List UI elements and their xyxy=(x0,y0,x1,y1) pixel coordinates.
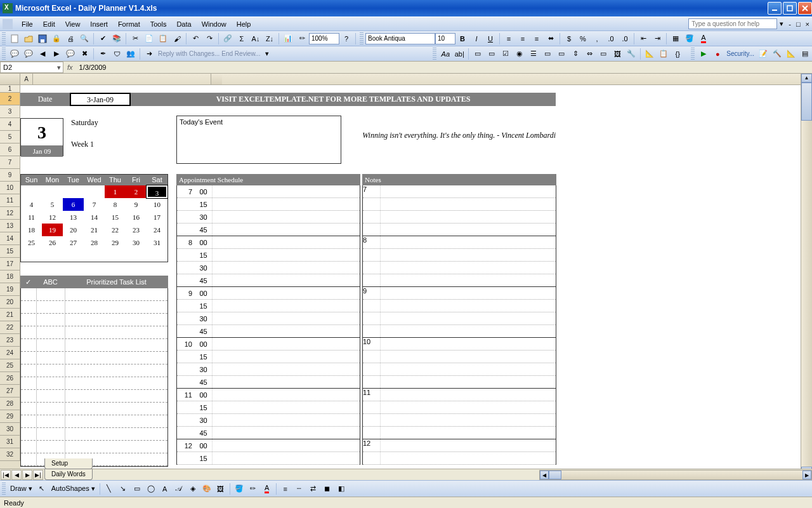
code-icon[interactable]: {} xyxy=(671,48,684,60)
row-header-21[interactable]: 21 xyxy=(0,309,20,321)
diagram-icon[interactable]: ◈ xyxy=(187,483,199,495)
currency-icon[interactable]: $ xyxy=(563,32,575,45)
protect-icon[interactable]: 🛡 xyxy=(110,48,123,60)
dash-style-icon[interactable]: ┄ xyxy=(293,483,306,495)
cell-grid[interactable]: Date 3-Jan-09 VISIT EXCELTEMPLATE.NET FO… xyxy=(20,85,812,476)
vertical-scrollbar[interactable]: ▲ ▼ xyxy=(801,74,812,476)
close-doc-button[interactable]: × xyxy=(806,20,809,28)
align-left-icon[interactable]: ≡ xyxy=(502,32,515,45)
schedule-row[interactable]: 15 xyxy=(177,249,360,262)
schedule-row[interactable]: 15 xyxy=(177,452,360,465)
notes-row[interactable]: 8 xyxy=(363,236,556,249)
schedule-row[interactable]: 1000 xyxy=(177,338,360,351)
max-doc-button[interactable]: □ xyxy=(796,20,801,28)
share-icon[interactable]: 👥 xyxy=(124,48,137,60)
row-header-26[interactable]: 26 xyxy=(0,372,20,385)
preview-icon[interactable]: 🔍 xyxy=(78,32,91,45)
combo2-icon[interactable]: ▭ xyxy=(541,48,554,60)
spin-icon[interactable]: ⇕ xyxy=(569,48,582,60)
row-header-15[interactable]: 15 xyxy=(0,245,20,258)
row-header-30[interactable]: 30 xyxy=(0,423,20,436)
row-header-6[interactable]: 6 xyxy=(0,144,20,156)
menu-data[interactable]: Data xyxy=(171,19,196,29)
checkbox-icon[interactable]: ☑ xyxy=(499,48,512,60)
maximize-button[interactable] xyxy=(783,2,797,15)
row-header-1[interactable]: 1 xyxy=(0,85,20,93)
notes-row[interactable] xyxy=(363,452,556,465)
notes-row[interactable] xyxy=(363,376,556,389)
autoshapes-menu[interactable]: AutoShapes ▾ xyxy=(49,485,98,493)
task-row[interactable] xyxy=(21,314,167,326)
notes-row[interactable] xyxy=(363,249,556,262)
schedule-grid[interactable]: 7001530458001530459001530451000153045110… xyxy=(176,185,360,465)
vba-icon[interactable]: 📝 xyxy=(757,48,769,60)
menu-file[interactable]: File xyxy=(16,19,38,29)
task-grid[interactable] xyxy=(20,288,168,467)
cal-day[interactable]: 4 xyxy=(21,198,42,211)
line-style-icon[interactable]: ≡ xyxy=(279,483,292,495)
cal-day[interactable]: 19 xyxy=(42,224,63,236)
notes-row[interactable]: 12 xyxy=(363,439,556,452)
hyperlink-icon[interactable]: 🔗 xyxy=(221,32,234,45)
cut-icon[interactable]: ✂ xyxy=(129,32,141,45)
row-header-9[interactable]: 9 xyxy=(0,169,20,182)
cal-day[interactable]: 5 xyxy=(42,198,63,211)
schedule-row[interactable]: 45 xyxy=(177,427,360,439)
help-search-input[interactable] xyxy=(688,18,777,29)
menu-insert[interactable]: Insert xyxy=(85,19,113,29)
cal-day[interactable]: 6 xyxy=(63,198,84,211)
inc-indent-icon[interactable]: ⇥ xyxy=(651,32,664,45)
chart-icon[interactable]: 📊 xyxy=(282,32,294,45)
task-row[interactable] xyxy=(21,403,167,415)
cal-day[interactable]: 1 xyxy=(105,185,126,198)
row-header-5[interactable]: 5 xyxy=(0,131,20,144)
row-header-20[interactable]: 20 xyxy=(0,296,20,309)
cal-day[interactable] xyxy=(84,249,105,262)
more2-icon[interactable]: 🔧 xyxy=(625,48,638,60)
row-header-31[interactable]: 31 xyxy=(0,436,20,448)
row-header-4[interactable]: 4 xyxy=(0,118,20,131)
cal-day[interactable]: 26 xyxy=(42,236,63,249)
sort-asc-icon[interactable]: A↓ xyxy=(249,32,262,45)
cal-day[interactable]: 7 xyxy=(84,198,105,211)
textbox2-icon[interactable]: A xyxy=(159,483,171,495)
spell-icon[interactable]: ✔ xyxy=(96,32,109,45)
dec-indent-icon[interactable]: ⇤ xyxy=(637,32,650,45)
schedule-row[interactable]: 30 xyxy=(177,414,360,427)
run-icon[interactable]: ▶ xyxy=(697,48,710,60)
prev-comment-icon[interactable]: ◀ xyxy=(36,48,49,60)
minimize-button[interactable] xyxy=(768,2,782,15)
draw-grip[interactable] xyxy=(2,483,6,495)
design2-icon[interactable]: 📐 xyxy=(785,48,797,60)
dec-decimal-icon[interactable]: .0 xyxy=(619,32,631,45)
hscroll-thumb[interactable] xyxy=(549,471,561,479)
align-right-icon[interactable]: ≡ xyxy=(530,32,543,45)
cal-day[interactable]: 24 xyxy=(147,224,167,236)
row-header-25[interactable]: 25 xyxy=(0,359,20,372)
redo-icon[interactable]: ↷ xyxy=(203,32,216,45)
notes-row[interactable] xyxy=(363,300,556,312)
comma-icon[interactable]: , xyxy=(591,32,603,45)
toolbar-grip-3[interactable] xyxy=(2,48,6,60)
cal-day[interactable] xyxy=(63,249,84,262)
col-header-A[interactable]: A xyxy=(20,74,33,84)
toolbar-grip-4[interactable] xyxy=(433,48,436,60)
notes-row[interactable] xyxy=(363,312,556,325)
row-header-10[interactable]: 10 xyxy=(0,182,20,194)
cal-day[interactable]: 27 xyxy=(63,236,84,249)
font-color-icon[interactable]: A xyxy=(697,32,710,45)
underline-button[interactable]: U xyxy=(484,32,497,45)
fx-icon[interactable]: fx xyxy=(67,64,73,71)
menu-help[interactable]: Help xyxy=(232,19,256,29)
row-header-12[interactable]: 12 xyxy=(0,207,20,220)
cal-day[interactable]: 16 xyxy=(126,211,147,224)
props-icon[interactable]: 📋 xyxy=(657,48,670,60)
shadow-icon[interactable]: ◼ xyxy=(321,483,334,495)
cal-day[interactable]: 10 xyxy=(147,198,167,211)
reply-changes-label[interactable]: Reply with Changes... xyxy=(158,50,219,57)
show-all-icon[interactable]: 💬 xyxy=(64,48,77,60)
arrow-style-icon[interactable]: ⇄ xyxy=(307,483,320,495)
sheet-tab-daily-words[interactable]: Daily Words xyxy=(44,469,93,480)
schedule-row[interactable]: 30 xyxy=(177,262,360,274)
fill-color-icon[interactable]: 🪣 xyxy=(683,32,696,45)
